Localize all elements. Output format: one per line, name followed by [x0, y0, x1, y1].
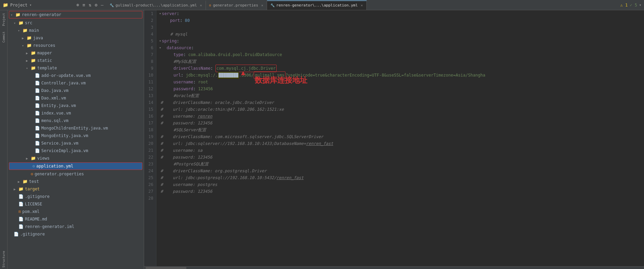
tab-close-1[interactable]: ✕	[200, 3, 202, 7]
ln-6: 6	[147, 44, 153, 51]
tree-item-views[interactable]: ▶ 📁 views	[8, 154, 144, 162]
tab-close-2[interactable]: ✕	[261, 3, 263, 7]
tree-label-controller-vm: Controller.java.vm	[41, 81, 86, 85]
tree-item-src[interactable]: ▾ 📁 src	[8, 19, 144, 27]
iml-icon: 📄	[18, 224, 24, 229]
code-line-10: url: jdbc:mysql:/.████████.3306/gulimall…	[159, 72, 644, 79]
top-bar-left: 📁 Project ▾	[3, 2, 71, 8]
tree-item-add-or-update[interactable]: 📄 add-or-update.vue.vm	[8, 72, 144, 79]
code-line-9: driverClassName: com.mysql.cj.jdbc.Drive…	[159, 65, 644, 72]
tree-item-license[interactable]: 📄 LICENSE	[8, 200, 144, 208]
vm-icon-3: 📄	[35, 88, 40, 93]
tree-label-pom: pom.xml	[22, 209, 40, 214]
tree-item-renren-generator[interactable]: ▾ 📁 renren-generator	[9, 11, 142, 18]
tree-item-mongo-children-vm[interactable]: 📄 MongoChildrenEntity.java.vm	[8, 124, 144, 132]
yaml-colon-2: :	[180, 17, 185, 24]
tree-item-test[interactable]: ▶ 📁 test	[8, 178, 144, 185]
status-dropdown-icon[interactable]: ▾	[639, 3, 641, 7]
tree-label-renren-generator: renren-generator	[22, 12, 61, 17]
tree-item-gitignore-root[interactable]: 📄 .gitignore	[8, 230, 144, 238]
vm-icon-4: 📄	[35, 96, 40, 100]
expand-arrow-main: ▾	[18, 29, 23, 32]
yaml-colon-7: :	[183, 51, 188, 58]
ln-2: 2	[147, 17, 153, 24]
activity-commit[interactable]: Commit	[2, 30, 5, 44]
yaml-val-url-params: ?useUnicode=true&characterEncoding=UTF-8…	[285, 72, 485, 79]
tree-item-iml[interactable]: 📄 renren-generator.iml	[8, 223, 144, 230]
project-label[interactable]: Project	[10, 3, 28, 8]
tree-item-dao-java-vm[interactable]: 📄 Dao.java.vm	[8, 87, 144, 94]
license-icon: 📄	[18, 202, 24, 206]
ln-14: 14	[147, 99, 153, 106]
tree-item-controller-vm[interactable]: 📄 Controller.java.vm	[8, 79, 144, 87]
ln-18: 18	[147, 126, 153, 133]
tab-generator-properties[interactable]: ⚙ generator.properties ✕	[206, 0, 267, 10]
tree-item-static[interactable]: ▶ 📁 static	[8, 57, 144, 64]
tree-item-service-vm[interactable]: 📄 Service.java.vm	[8, 139, 144, 147]
tree-item-target[interactable]: ▶ 📁 target	[8, 185, 144, 193]
tree-item-main[interactable]: ▾ 📁 main	[8, 27, 144, 34]
tree-item-dao-xml-vm[interactable]: 📄 Dao.xml.vm	[8, 94, 144, 102]
tab-yml-icon: 🔧	[110, 3, 114, 7]
folder-icon-src: 📁	[18, 21, 24, 25]
tree-item-pom[interactable]: m pom.xml	[8, 208, 144, 215]
yaml-comment-oracle: #oracle配置	[173, 92, 199, 99]
tab-application-yml-product[interactable]: 🔧 gulimall-product\...\application.yml ✕	[106, 0, 206, 10]
yaml-comment-mysql: # mysql	[165, 31, 187, 38]
ln-25: 25	[147, 174, 153, 181]
add-icon[interactable]: ⊕	[76, 2, 79, 8]
yaml-comment-mysql2: #MySQL配置	[173, 58, 196, 65]
tree-item-java[interactable]: ▶ 📁 java	[8, 34, 144, 42]
ln-3: 3	[147, 24, 153, 31]
tree-item-application-yml[interactable]: ⚙ application.yml	[9, 162, 142, 170]
yaml-colon-5: :	[177, 38, 179, 44]
tree-item-entity-vm[interactable]: 📄 Entity.java.vm	[8, 102, 144, 109]
tree-item-generator-props[interactable]: ⚙ generator.properties	[8, 170, 144, 178]
yaml-val-url-hidden: ████████	[218, 72, 239, 79]
settings-cog-icon[interactable]: ⚙	[95, 2, 97, 8]
fold-arrow-5[interactable]: ▾	[159, 38, 161, 44]
project-dropdown-icon[interactable]: ▾	[30, 3, 32, 7]
activity-structure[interactable]: Structure	[2, 250, 5, 269]
ln-20: 20	[147, 140, 153, 147]
tree-item-serviceimpl-vm[interactable]: 📄 ServiceImpl.java.vm	[8, 147, 144, 154]
sort-icon[interactable]: ⇅	[89, 2, 92, 8]
fold-arrow-1[interactable]: ▾	[159, 10, 161, 17]
scrollbar-thumb[interactable]	[145, 267, 186, 269]
code-area[interactable]: ▾ server: port: 80 # mysql	[156, 10, 644, 266]
sidebar: ▾ 📁 renren-generator ▾ 📁 src ▾ 📁 main	[8, 10, 144, 269]
ln-23: 23	[147, 161, 153, 167]
activity-project[interactable]: Project	[2, 12, 5, 27]
tree-item-index-vm[interactable]: 📄 index.vue.vm	[8, 109, 144, 117]
tree-item-template[interactable]: ▾ 📁 template	[8, 64, 144, 72]
tree-item-menu-vm[interactable]: 📄 menu.sql.vm	[8, 117, 144, 124]
code-line-23: #PostgreSQL配置	[159, 161, 644, 167]
ln-10: 10	[147, 72, 153, 79]
expand-arrow-renren: ▾	[11, 13, 15, 17]
tree-item-mapper[interactable]: ▶ 📁 mapper	[8, 49, 144, 57]
code-line-5: ▾ spring:	[159, 38, 644, 44]
tree-item-gitignore[interactable]: 📄 .gitignore	[8, 193, 144, 200]
ln-7: 7	[147, 51, 153, 58]
code-line-22: # password: 123456	[159, 154, 644, 161]
ln-4: 4	[147, 31, 153, 38]
tree-label-dao-java-vm: Dao.java.vm	[41, 88, 68, 93]
tree-item-mongo-entity-vm[interactable]: 📄 MongoEntity.java.vm	[8, 132, 144, 139]
horizontal-scrollbar[interactable]	[144, 266, 644, 269]
tree-item-resources[interactable]: ▾ 📁 resources	[8, 42, 144, 49]
code-line-12: password: 123456	[159, 85, 644, 92]
tab-close-3[interactable]: ✕	[361, 3, 363, 7]
code-line-6: ▾ datasource:	[159, 44, 644, 51]
expand-arrow-java: ▶	[22, 36, 27, 40]
folder-icon-java: 📁	[27, 36, 32, 40]
list-icon[interactable]: ≡	[83, 2, 85, 8]
fold-arrow-6[interactable]: ▾	[159, 44, 161, 51]
folder-icon-static: 📁	[31, 58, 36, 63]
tree-label-java: java	[33, 36, 43, 40]
tree-label-main: main	[29, 28, 39, 33]
tab-application-yml-renren[interactable]: 🔧 renren-generator\...\application.yml ✕	[267, 0, 366, 10]
folder-icon-template: 📁	[31, 66, 36, 70]
tree-item-readme[interactable]: 📄 README.md	[8, 215, 144, 223]
yaml-comment-sqlserver-driver: # driverClassName: com.microsoft.sqlserv…	[160, 133, 323, 140]
minimize-icon[interactable]: —	[101, 2, 103, 8]
